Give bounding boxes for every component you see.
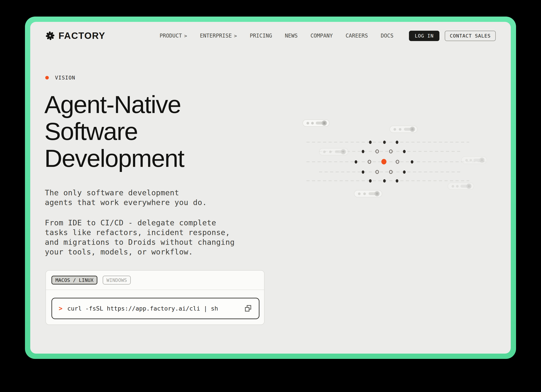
slider-pill	[461, 156, 487, 164]
pill-dot	[311, 122, 314, 124]
tab-macos-linux[interactable]: MACOS / LINUX	[52, 276, 97, 284]
grid-dot	[362, 170, 364, 174]
slider-pill	[302, 119, 329, 127]
grid-dot	[383, 179, 386, 183]
detail-line-1: From IDE to CI/CD - delegate complete	[45, 218, 235, 227]
tab-windows[interactable]: WINDOWS	[103, 276, 131, 284]
pill-knob	[375, 191, 380, 196]
nav-enterprise[interactable]: ENTERPRISE >	[200, 33, 237, 39]
dashed-line	[307, 142, 469, 143]
grid-ring-dot	[375, 150, 379, 153]
grid-dot	[369, 141, 372, 144]
pill-knob	[322, 120, 327, 126]
pill-dot	[452, 185, 454, 188]
pill-dot	[358, 192, 361, 195]
eyebrow-label: VISION	[55, 75, 75, 81]
grid-dot	[396, 179, 398, 183]
grid-ring-dot	[396, 160, 399, 164]
pill-slider	[473, 159, 483, 162]
detail-line-4: your tools, models, or workflow.	[45, 247, 235, 257]
pill-slider	[404, 128, 414, 131]
dashed-line	[307, 180, 469, 181]
title-line-2: Software	[44, 118, 184, 145]
factory-homepage: FACTORY PRODUCT > ENTERPRISE > PRICING N…	[30, 22, 511, 354]
title-line-3: Development	[44, 145, 184, 172]
nav-pricing-label: PRICING	[250, 33, 272, 39]
pill-dot	[399, 128, 401, 131]
pill-dot	[456, 185, 459, 188]
install-card: MACOS / LINUX WINDOWS > curl -fsSL https…	[46, 270, 265, 325]
contact-sales-button[interactable]: CONTACT SALES	[445, 31, 496, 41]
platform-tabs: MACOS / LINUX WINDOWS	[46, 271, 264, 290]
brand-logo[interactable]: FACTORY	[45, 31, 105, 41]
grid-ring-dot	[389, 170, 393, 174]
pill-knob	[479, 158, 484, 163]
detail-paragraph: From IDE to CI/CD - delegate complete ta…	[45, 218, 235, 257]
brand-name: FACTORY	[58, 31, 105, 41]
pill-dot	[394, 128, 396, 131]
nav-news-label: NEWS	[285, 33, 298, 39]
pill-slider	[316, 122, 326, 124]
copy-button[interactable]	[244, 304, 252, 313]
nav-docs-label: DOCS	[381, 33, 394, 39]
page-title: Agent-Native Software Development	[44, 91, 184, 172]
pill-dot	[329, 150, 332, 153]
grid-ring-dot	[375, 170, 379, 174]
pill-knob	[466, 184, 471, 189]
copy-icon	[244, 304, 252, 313]
browser-frame: FACTORY PRODUCT > ENTERPRISE > PRICING N…	[25, 16, 516, 359]
pill-slider	[369, 192, 378, 195]
nav-company-label: COMPANY	[311, 33, 333, 39]
grid-ring-dot	[389, 150, 393, 153]
pill-dot	[307, 122, 309, 124]
nav-product[interactable]: PRODUCT >	[160, 33, 187, 39]
pill-dot	[465, 159, 468, 162]
intro-line-1: The only software development	[45, 188, 207, 197]
slider-pill	[447, 183, 474, 190]
grid-dot	[403, 170, 406, 174]
slider-pill	[354, 190, 382, 197]
chevron-right-icon: >	[234, 33, 237, 39]
pill-knob	[341, 149, 346, 154]
pill-slider	[335, 150, 344, 153]
orange-dot-icon	[45, 76, 49, 79]
intro-paragraph: The only software development agents tha…	[45, 188, 207, 207]
slider-pill	[319, 148, 349, 155]
nav-product-label: PRODUCT	[160, 33, 182, 39]
install-command-box: > curl -fsSL https://app.factory.ai/cli …	[52, 298, 260, 319]
grid-dot	[355, 160, 357, 164]
nav-news[interactable]: NEWS	[285, 33, 298, 39]
nav-company[interactable]: COMPANY	[311, 33, 333, 39]
grid-dot	[396, 141, 398, 144]
pill-slider	[460, 185, 470, 188]
grid-dot	[369, 179, 372, 183]
pill-dot	[469, 159, 472, 162]
pinwheel-logo-icon	[45, 31, 55, 41]
grid-ring-dot	[368, 160, 371, 164]
grid-dot	[383, 141, 386, 144]
grid-dot	[362, 150, 364, 153]
header-actions: LOG IN CONTACT SALES	[409, 31, 496, 41]
nav-pricing[interactable]: PRICING	[250, 33, 272, 39]
intro-line-2: agents that work everywhere you do.	[45, 197, 207, 207]
grid-dot	[411, 160, 413, 164]
nav-careers[interactable]: CAREERS	[346, 33, 368, 39]
pill-dot	[323, 150, 326, 153]
nav-docs[interactable]: DOCS	[381, 33, 394, 39]
grid-dot	[403, 150, 406, 153]
chevron-right-icon: >	[184, 33, 187, 39]
vision-eyebrow: VISION	[45, 75, 75, 81]
main-nav: PRODUCT > ENTERPRISE > PRICING NEWS COMP…	[160, 33, 394, 39]
title-line-1: Agent-Native	[44, 91, 184, 118]
pill-knob	[410, 127, 415, 132]
detail-line-3: and migrations to Droids without changin…	[45, 237, 235, 247]
log-in-button[interactable]: LOG IN	[409, 31, 439, 41]
install-command: curl -fsSL https://app.factory.ai/cli | …	[67, 305, 218, 312]
nav-careers-label: CAREERS	[346, 33, 368, 39]
detail-line-2: tasks like refactors, incident response,	[45, 227, 235, 237]
prompt-glyph: >	[59, 305, 62, 312]
nav-enterprise-label: ENTERPRISE	[200, 33, 232, 39]
accent-dot	[381, 159, 386, 165]
slider-pill	[390, 126, 418, 133]
site-header: FACTORY PRODUCT > ENTERPRISE > PRICING N…	[45, 30, 496, 41]
